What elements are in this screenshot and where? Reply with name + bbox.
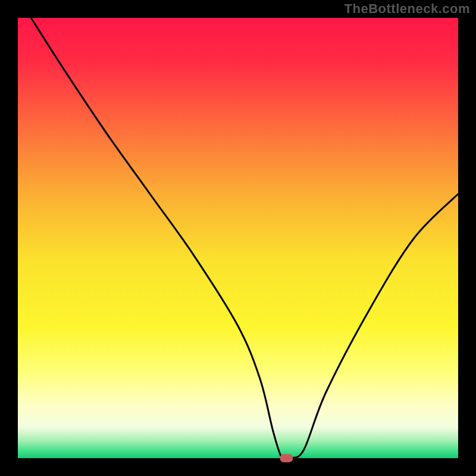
watermark-text: TheBottleneck.com — [345, 1, 470, 17]
bottleneck-chart — [0, 0, 476, 476]
optimal-marker — [280, 454, 293, 462]
svg-rect-1 — [18, 18, 458, 458]
chart-container: { "watermark": "TheBottleneck.com", "cha… — [0, 0, 476, 476]
